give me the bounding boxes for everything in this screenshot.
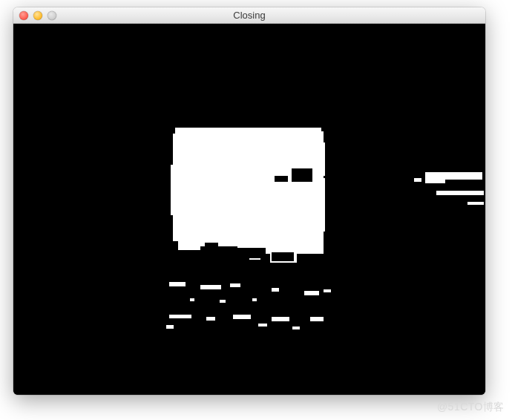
- svg-rect-4: [272, 252, 294, 261]
- svg-rect-14: [324, 289, 331, 292]
- watermark: @51CTO博客: [437, 401, 505, 414]
- close-icon[interactable]: [19, 11, 28, 20]
- svg-rect-2: [275, 176, 288, 182]
- svg-rect-7: [467, 202, 484, 205]
- svg-rect-24: [220, 300, 226, 303]
- app-window: Closing: [13, 7, 485, 395]
- svg-rect-15: [169, 315, 191, 318]
- svg-rect-1: [292, 168, 312, 182]
- svg-rect-19: [310, 317, 324, 321]
- svg-rect-21: [292, 327, 300, 329]
- svg-rect-20: [166, 325, 174, 329]
- svg-rect-13: [304, 291, 319, 295]
- svg-rect-8: [414, 178, 421, 182]
- svg-rect-18: [272, 317, 289, 321]
- svg-rect-5: [205, 243, 218, 249]
- svg-rect-17: [233, 315, 251, 319]
- zoom-icon[interactable]: [47, 11, 56, 20]
- titlebar[interactable]: Closing: [13, 7, 485, 24]
- svg-rect-10: [200, 285, 221, 289]
- svg-rect-9: [169, 282, 186, 286]
- binary-image-output: [13, 24, 485, 395]
- svg-rect-23: [190, 298, 194, 301]
- svg-rect-16: [206, 317, 215, 321]
- window-title: Closing: [13, 7, 485, 24]
- svg-rect-12: [272, 288, 279, 292]
- svg-rect-25: [252, 298, 257, 301]
- svg-rect-22: [258, 324, 267, 327]
- svg-rect-11: [230, 283, 240, 287]
- svg-rect-3: [236, 248, 266, 258]
- minimize-icon[interactable]: [33, 11, 42, 20]
- svg-rect-6: [436, 191, 484, 195]
- image-viewport: [13, 24, 485, 395]
- traffic-lights: [13, 11, 56, 20]
